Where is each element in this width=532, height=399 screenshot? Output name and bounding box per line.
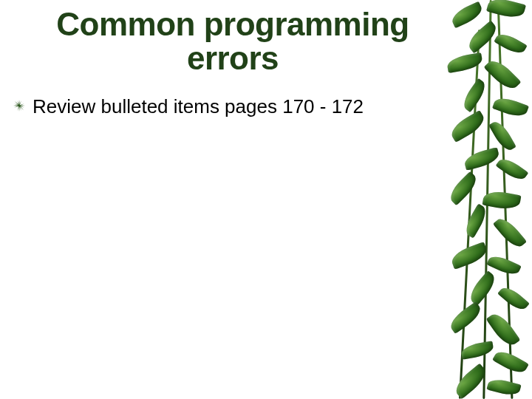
slide: Common programming errors R: [0, 0, 532, 399]
slide-body: Review bulleted items pages 170 - 172: [0, 75, 532, 119]
list-item: Review bulleted items pages 170 - 172: [13, 95, 451, 119]
starburst-icon: [13, 100, 25, 112]
slide-title: Common programming errors: [0, 0, 532, 75]
bullet-text: Review bulleted items pages 170 - 172: [33, 95, 364, 119]
